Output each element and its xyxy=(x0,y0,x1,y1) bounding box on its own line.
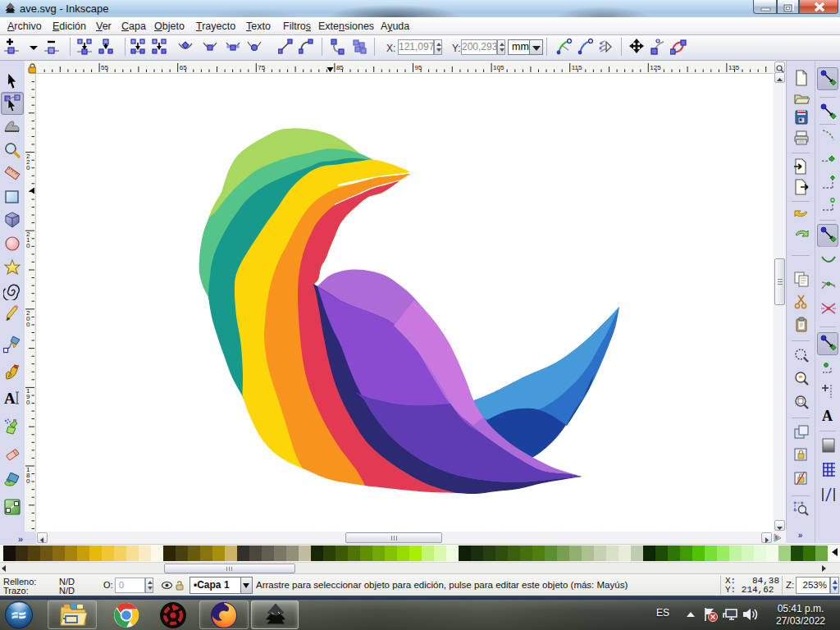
svg-text:75: 75 xyxy=(258,64,265,71)
svg-text:190: 190 xyxy=(26,387,30,406)
svg-text:115: 115 xyxy=(572,64,582,71)
svg-text:220: 220 xyxy=(26,153,30,171)
svg-text:105: 105 xyxy=(493,64,504,71)
svg-text:85: 85 xyxy=(336,64,344,71)
svg-text:180: 180 xyxy=(26,466,30,485)
svg-text:95: 95 xyxy=(415,64,422,71)
svg-text:125: 125 xyxy=(650,64,661,71)
svg-text:A: A xyxy=(4,390,16,407)
svg-text:200: 200 xyxy=(26,309,30,328)
svg-text:65: 65 xyxy=(180,64,187,71)
svg-text:135: 135 xyxy=(728,64,740,71)
svg-text:A: A xyxy=(822,408,833,424)
svg-text:210: 210 xyxy=(26,231,30,249)
svg-text:55: 55 xyxy=(101,64,108,71)
